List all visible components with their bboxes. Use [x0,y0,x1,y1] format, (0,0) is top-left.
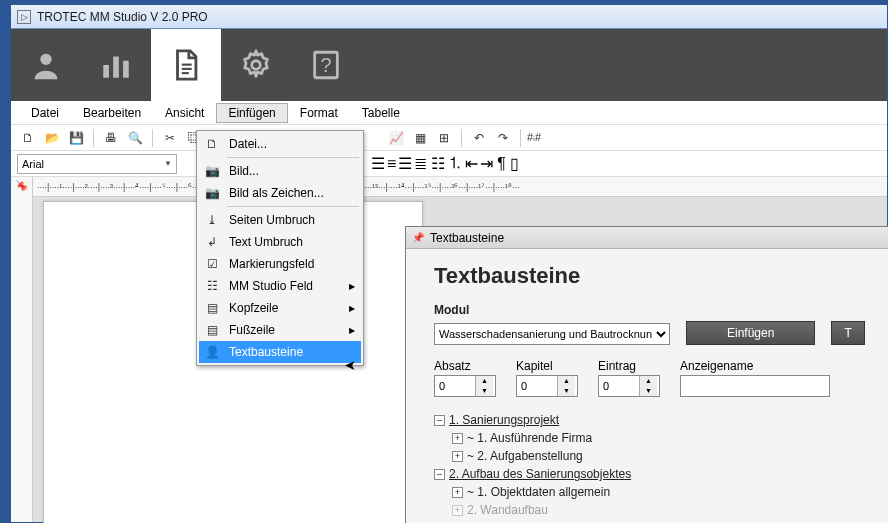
submenu-arrow-icon: ▶ [349,326,355,335]
ribbon-document-button[interactable] [151,29,221,101]
menu-format[interactable]: Format [288,103,350,123]
number-list-icon[interactable]: ⒈ [447,153,463,174]
expand-icon[interactable]: + [452,433,463,444]
outdent-icon[interactable]: ⇤ [465,154,478,173]
new-file-icon[interactable]: 🗋 [17,127,39,149]
collapse-icon[interactable]: – [434,415,445,426]
pin-icon[interactable]: 📌 [16,179,27,191]
save-icon[interactable]: 💾 [65,127,87,149]
expand-icon[interactable]: + [452,451,463,462]
grid-icon[interactable]: ▦ [409,127,431,149]
bullet-list-icon[interactable]: ☷ [431,154,445,173]
expand-icon[interactable]: + [452,505,463,516]
menu-item-bild-zeichen[interactable]: 📷Bild als Zeichen... [199,182,361,204]
tree-node[interactable]: –1. Sanierungsprojekt [434,411,860,429]
horizontal-ruler: ····|····¹····|····²····|····³····|····⁴… [33,177,887,197]
menu-item-fusszeile[interactable]: ▤Fußzeile▶ [199,319,361,341]
camera-icon: 📷 [203,186,221,200]
eintrag-label: Eintrag [598,359,660,373]
font-name: Arial [22,158,44,170]
down-arrow-icon[interactable]: ▼ [558,386,575,396]
absatz-spinner[interactable]: ▲▼ [434,375,496,397]
toolbar-main: 🗋 📂 💾 🖶 🔍 ✂ ⿻ 📈 ▦ ⊞ ↶ ↷ #ᵢ# [11,125,887,151]
collapse-icon[interactable]: – [434,469,445,480]
person-icon [29,48,63,82]
ribbon-user-button[interactable] [11,29,81,101]
separator [520,129,521,147]
chart-icon[interactable]: 📈 [385,127,407,149]
second-button[interactable]: T [831,321,864,345]
tree-label: ~ 2. Aufgabenstellung [467,449,583,463]
paragraph-icon[interactable]: ¶ [497,155,506,173]
kapitel-spinner[interactable]: ▲▼ [516,375,578,397]
align-center-icon[interactable]: ≡ [387,155,396,173]
align-justify-icon[interactable]: ≣ [414,154,427,173]
tree-node[interactable]: +~ 1. Objektdaten allgemein [434,483,860,501]
file-plus-icon: 🗋 [203,137,221,151]
menu-item-label: Seiten Umbruch [229,213,315,227]
table-icon[interactable]: ⊞ [433,127,455,149]
tree-node[interactable]: +~ 1. Ausführende Firma [434,429,860,447]
svg-rect-1 [103,65,109,78]
menu-item-seitenumbruch[interactable]: ⤓Seiten Umbruch [199,209,361,231]
eintrag-input[interactable] [599,380,639,392]
hash-field-icon[interactable]: #ᵢ# [527,127,541,149]
open-folder-icon[interactable]: 📂 [41,127,63,149]
print-icon[interactable]: 🖶 [100,127,122,149]
einfuegen-button[interactable]: Einfügen [686,321,815,345]
cut-icon[interactable]: ✂ [159,127,181,149]
mouse-cursor-icon: ➤ [344,357,356,373]
menu-tabelle[interactable]: Tabelle [350,103,412,123]
ribbon-help-button[interactable]: ? [291,29,361,101]
menu-item-markierungsfeld[interactable]: ☑Markierungsfeld [199,253,361,275]
tree-node[interactable]: –2. Aufbau des Sanierungsobjektes [434,465,860,483]
font-select[interactable]: Arial ▼ [17,154,177,174]
panel-body: Textbausteine Modul Wasserschadensanieru… [406,249,888,523]
svg-rect-3 [123,61,129,78]
eintrag-spinner[interactable]: ▲▼ [598,375,660,397]
anzeigename-input[interactable] [680,375,830,397]
menu-item-label: Fußzeile [229,323,275,337]
pin-icon[interactable]: 📌 [412,232,424,243]
tree-label: 2. Wandaufbau [467,503,548,517]
menu-item-textumbruch[interactable]: ↲Text Umbruch [199,231,361,253]
panel-heading: Textbausteine [434,263,860,289]
indent-icon[interactable]: ⇥ [480,154,493,173]
menu-item-textbausteine[interactable]: 👤Textbausteine [199,341,361,363]
down-arrow-icon[interactable]: ▼ [640,386,657,396]
tree-label: 1. Sanierungsprojekt [449,413,559,427]
undo-icon[interactable]: ↶ [468,127,490,149]
title-bar[interactable]: ▷ TROTEC MM Studio V 2.0 PRO [11,5,887,29]
menu-item-bild[interactable]: 📷Bild... [199,160,361,182]
expand-icon[interactable]: + [452,487,463,498]
tree-view[interactable]: –1. Sanierungsprojekt +~ 1. Ausführende … [434,411,860,519]
ribbon-settings-button[interactable] [221,29,291,101]
panel-header[interactable]: 📌 Textbausteine [406,227,888,249]
marker-icon[interactable]: ▯ [510,154,519,173]
up-arrow-icon[interactable]: ▲ [558,376,575,386]
modul-select[interactable]: Wasserschadensanierung und Bautrocknun [434,323,670,345]
menu-datei[interactable]: Datei [19,103,71,123]
tree-node[interactable]: + 2. Wandaufbau [434,501,860,519]
panel-title: Textbausteine [430,231,504,245]
align-left-icon[interactable]: ☰ [371,154,385,173]
absatz-input[interactable] [435,380,475,392]
menu-item-datei[interactable]: 🗋Datei... [199,133,361,155]
ribbon-chart-button[interactable] [81,29,151,101]
up-arrow-icon[interactable]: ▲ [476,376,493,386]
menu-item-kopfzeile[interactable]: ▤Kopfzeile▶ [199,297,361,319]
kapitel-input[interactable] [517,380,557,392]
menu-einfuegen[interactable]: Einfügen [216,103,287,123]
anzeigename-label: Anzeigename [680,359,830,373]
menu-ansicht[interactable]: Ansicht [153,103,216,123]
up-arrow-icon[interactable]: ▲ [640,376,657,386]
align-right-icon[interactable]: ☰ [398,154,412,173]
menu-bearbeiten[interactable]: Bearbeiten [71,103,153,123]
redo-icon[interactable]: ↷ [492,127,514,149]
down-arrow-icon[interactable]: ▼ [476,386,493,396]
menu-item-label: Bild als Zeichen... [229,186,324,200]
menu-item-mmstudio-feld[interactable]: ☷MM Studio Feld▶ [199,275,361,297]
tree-label: 2. Aufbau des Sanierungsobjektes [449,467,631,481]
preview-icon[interactable]: 🔍 [124,127,146,149]
tree-node[interactable]: +~ 2. Aufgabenstellung [434,447,860,465]
